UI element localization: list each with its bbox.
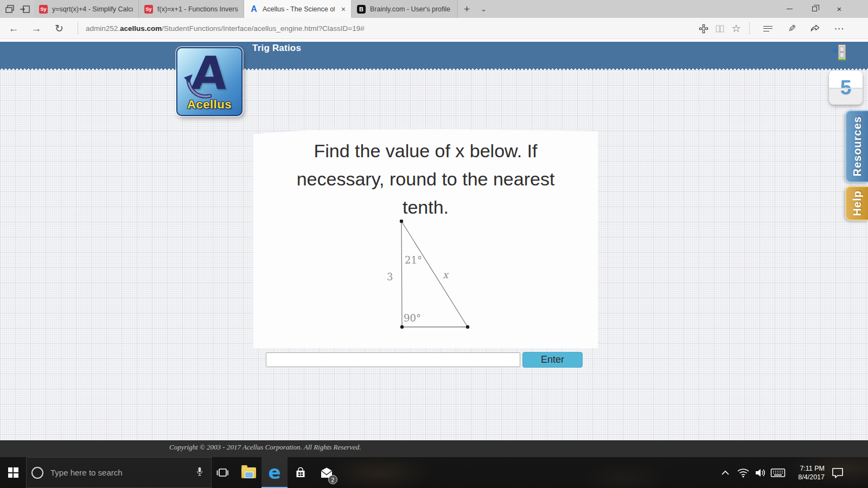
- url-domain: acellus.com: [120, 24, 162, 33]
- triangle-vertex-top: [400, 220, 403, 223]
- refresh-button[interactable]: ↻: [50, 18, 68, 39]
- windows-logo-icon: [8, 467, 18, 478]
- resources-tab[interactable]: Resources: [845, 110, 868, 183]
- microphone-icon[interactable]: [195, 465, 205, 480]
- header-zigzag-edge: [0, 66, 868, 70]
- window-close-button[interactable]: ×: [830, 0, 848, 18]
- acellus-header-bar: [0, 42, 868, 66]
- forward-button[interactable]: →: [27, 18, 46, 39]
- tab-title: Brainly.com - User's profile: [370, 5, 450, 13]
- file-explorer-button[interactable]: [235, 457, 261, 488]
- edge-icon: e: [268, 463, 280, 481]
- set-tabs-aside-icon[interactable]: [20, 4, 30, 15]
- question-text: Find the value of x below. If necessary,…: [253, 137, 598, 221]
- url-subdomain: admin252.: [86, 24, 120, 33]
- web-note-pen-icon[interactable]: ✎: [784, 18, 800, 39]
- resources-tab-label: Resources: [851, 116, 864, 176]
- new-tab-button[interactable]: +: [464, 0, 470, 18]
- action-center-icon[interactable]: [828, 457, 847, 488]
- edge-browser-button[interactable]: e: [261, 457, 288, 488]
- tab-list-chevron-icon[interactable]: ⌄: [481, 0, 487, 18]
- hub-icon[interactable]: [760, 18, 776, 39]
- wifi-icon[interactable]: [735, 457, 752, 488]
- triangle-vertex-bottom-left: [400, 325, 404, 329]
- tab-title: Acellus - The Science of: [263, 5, 335, 13]
- favorites-star-icon[interactable]: ☆: [728, 18, 744, 39]
- problem-counter-value: 5: [840, 76, 852, 99]
- exit-door-icon[interactable]: [831, 43, 847, 62]
- lesson-title: Trig Ratios: [252, 43, 301, 54]
- cortana-icon: [31, 467, 43, 479]
- search-placeholder: Type here to search: [50, 468, 195, 477]
- tab-preview-icon[interactable]: [4, 4, 15, 15]
- acellus-logo: A Acellus: [176, 47, 242, 116]
- address-separator: [78, 22, 78, 35]
- tab-title: f(x)=x+1 - Functions Inverse: [157, 5, 238, 13]
- hypotenuse-label: x: [443, 269, 449, 280]
- folder-icon: [241, 467, 256, 478]
- tab-acellus-active[interactable]: A Acellus - The Science of ×: [244, 0, 352, 18]
- taskbar-clock[interactable]: 7:11 PM 8/4/2017: [786, 457, 825, 488]
- acellus-favicon: A: [250, 5, 258, 14]
- tab-brainly[interactable]: B Brainly.com - User's profile: [352, 0, 458, 18]
- tab-close-icon[interactable]: ×: [341, 5, 346, 14]
- more-menu-icon[interactable]: ⋯: [831, 18, 847, 39]
- top-angle-label: 21°: [405, 254, 422, 266]
- minimize-icon: [787, 9, 793, 9]
- window-restore-button[interactable]: [805, 0, 824, 18]
- url-field[interactable]: admin252.acellus.com/StudentFunctions/In…: [86, 18, 365, 39]
- screen: { "browser": { "tabs": [ { "favicon": "S…: [0, 0, 868, 488]
- task-view-button[interactable]: [209, 457, 235, 488]
- start-button[interactable]: [0, 457, 26, 488]
- share-icon[interactable]: [807, 18, 824, 39]
- restore-icon: [812, 7, 817, 11]
- hub-lines-icon: [763, 26, 773, 31]
- volume-icon[interactable]: [752, 457, 769, 488]
- microsoft-store-button[interactable]: [288, 457, 314, 488]
- clock-time: 7:11 PM: [800, 464, 825, 473]
- question-line: Find the value of x below. If: [253, 137, 598, 165]
- mail-app-button[interactable]: [314, 457, 340, 488]
- acellus-logo-wordmark: Acellus: [187, 98, 232, 112]
- brainly-favicon: B: [357, 5, 366, 14]
- extension-icon[interactable]: [695, 18, 712, 39]
- back-button[interactable]: ←: [4, 18, 23, 39]
- symbolab-favicon: Sy: [39, 5, 48, 14]
- mail-unread-badge: 2: [328, 475, 337, 484]
- tab-title: y=sqrt(x)+4 - Simplify Calcu: [52, 5, 133, 13]
- triangle-diagram: 21° 3 x 90°: [369, 213, 505, 333]
- left-side-label: 3: [387, 271, 393, 282]
- help-tab[interactable]: Help: [845, 186, 868, 221]
- address-separator: [749, 22, 750, 35]
- symbolab-favicon: Sy: [144, 5, 153, 14]
- tab-symbolab-simplify[interactable]: Sy y=sqrt(x)+4 - Simplify Calcu: [34, 0, 139, 18]
- url-path: /StudentFunctions/Interface/acellus_engi…: [162, 24, 364, 33]
- copyright-text: Copyright © 2003 - 2017 Acellus Corporat…: [169, 443, 361, 452]
- window-minimize-button[interactable]: [780, 0, 799, 18]
- clock-date: 8/4/2017: [798, 473, 825, 481]
- taskbar-search[interactable]: Type here to search: [26, 457, 212, 488]
- reading-view-icon[interactable]: [712, 18, 728, 39]
- tray-chevron-up-icon[interactable]: [717, 457, 733, 488]
- touch-keyboard-icon[interactable]: [768, 457, 788, 488]
- question-line: necessary, round to the nearest: [253, 165, 598, 193]
- problem-counter: 5: [829, 70, 863, 105]
- footer-bar: [0, 440, 868, 457]
- help-tab-label: Help: [851, 190, 864, 216]
- tab-symbolab-inverse[interactable]: Sy f(x)=x+1 - Functions Inverse: [139, 0, 244, 18]
- triangle-vertex-bottom-right: [466, 325, 469, 329]
- enter-button[interactable]: Enter: [522, 352, 583, 368]
- answer-input[interactable]: [266, 352, 520, 367]
- right-angle-label: 90°: [404, 312, 421, 324]
